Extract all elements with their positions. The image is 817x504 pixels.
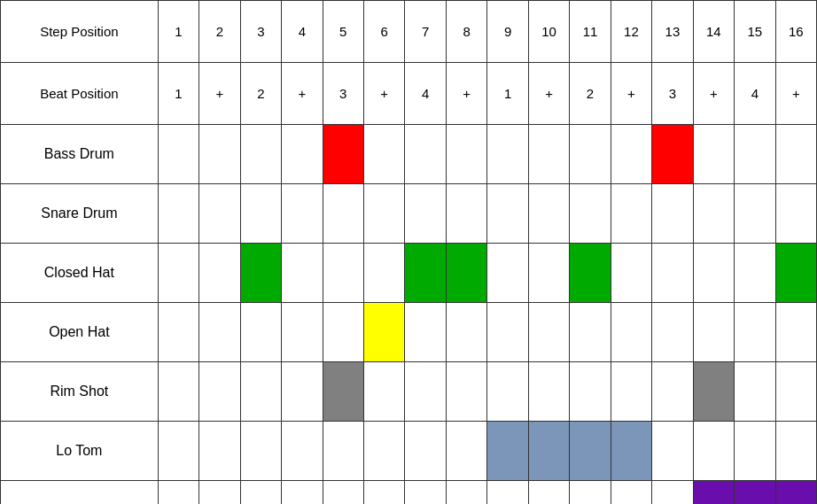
hi-tom-cell-16[interactable] <box>775 481 816 505</box>
lo-tom-cell-1[interactable] <box>158 422 198 481</box>
bass-drum-cell-7[interactable] <box>405 125 446 184</box>
closed-hat-cell-13[interactable] <box>652 244 693 303</box>
bass-drum-cell-2[interactable] <box>199 125 240 184</box>
rim-shot-cell-11[interactable] <box>570 362 611 422</box>
rim-shot-cell-10[interactable] <box>528 362 569 422</box>
snare-drum-cell-3[interactable] <box>240 184 281 244</box>
bass-drum-cell-6[interactable] <box>364 125 405 184</box>
hi-tom-cell-4[interactable] <box>282 481 323 505</box>
closed-hat-cell-4[interactable] <box>282 244 323 303</box>
snare-drum-cell-9[interactable] <box>487 184 528 244</box>
bass-drum-cell-5[interactable] <box>323 125 363 184</box>
snare-drum-cell-16[interactable] <box>775 184 816 244</box>
lo-tom-cell-15[interactable] <box>735 422 775 481</box>
snare-drum-cell-13[interactable] <box>652 184 693 244</box>
snare-drum-cell-15[interactable] <box>735 184 775 244</box>
hi-tom-cell-5[interactable] <box>323 481 363 505</box>
open-hat-cell-7[interactable] <box>405 303 446 362</box>
hi-tom-cell-8[interactable] <box>446 481 486 505</box>
rim-shot-cell-8[interactable] <box>446 362 486 422</box>
lo-tom-cell-11[interactable] <box>570 422 611 481</box>
lo-tom-cell-13[interactable] <box>652 422 693 481</box>
lo-tom-cell-14[interactable] <box>693 422 734 481</box>
lo-tom-cell-2[interactable] <box>199 422 240 481</box>
bass-drum-cell-15[interactable] <box>735 125 775 184</box>
hi-tom-cell-1[interactable] <box>158 481 198 505</box>
closed-hat-cell-3[interactable] <box>240 244 281 303</box>
bass-drum-cell-8[interactable] <box>446 125 486 184</box>
closed-hat-cell-7[interactable] <box>405 244 446 303</box>
lo-tom-cell-4[interactable] <box>282 422 323 481</box>
snare-drum-cell-10[interactable] <box>528 184 569 244</box>
rim-shot-cell-6[interactable] <box>364 362 405 422</box>
lo-tom-cell-10[interactable] <box>528 422 569 481</box>
open-hat-cell-6[interactable] <box>364 303 405 362</box>
hi-tom-cell-10[interactable] <box>528 481 569 505</box>
closed-hat-cell-1[interactable] <box>158 244 198 303</box>
hi-tom-cell-2[interactable] <box>199 481 240 505</box>
bass-drum-cell-16[interactable] <box>775 125 816 184</box>
bass-drum-cell-9[interactable] <box>487 125 528 184</box>
lo-tom-cell-9[interactable] <box>487 422 528 481</box>
hi-tom-cell-3[interactable] <box>240 481 281 505</box>
rim-shot-cell-16[interactable] <box>775 362 816 422</box>
open-hat-cell-1[interactable] <box>158 303 198 362</box>
bass-drum-cell-3[interactable] <box>240 125 281 184</box>
bass-drum-cell-11[interactable] <box>570 125 611 184</box>
open-hat-cell-13[interactable] <box>652 303 693 362</box>
rim-shot-cell-1[interactable] <box>158 362 198 422</box>
rim-shot-cell-14[interactable] <box>693 362 734 422</box>
hi-tom-cell-15[interactable] <box>735 481 775 505</box>
rim-shot-cell-3[interactable] <box>240 362 281 422</box>
bass-drum-cell-13[interactable] <box>652 125 693 184</box>
snare-drum-cell-11[interactable] <box>570 184 611 244</box>
snare-drum-cell-4[interactable] <box>282 184 323 244</box>
open-hat-cell-9[interactable] <box>487 303 528 362</box>
lo-tom-cell-8[interactable] <box>446 422 486 481</box>
snare-drum-cell-12[interactable] <box>611 184 651 244</box>
closed-hat-cell-2[interactable] <box>199 244 240 303</box>
bass-drum-cell-4[interactable] <box>282 125 323 184</box>
bass-drum-cell-14[interactable] <box>693 125 734 184</box>
closed-hat-cell-9[interactable] <box>487 244 528 303</box>
closed-hat-cell-16[interactable] <box>775 244 816 303</box>
closed-hat-cell-5[interactable] <box>323 244 363 303</box>
open-hat-cell-16[interactable] <box>775 303 816 362</box>
closed-hat-cell-10[interactable] <box>528 244 569 303</box>
hi-tom-cell-13[interactable] <box>652 481 693 505</box>
rim-shot-cell-13[interactable] <box>652 362 693 422</box>
open-hat-cell-4[interactable] <box>282 303 323 362</box>
open-hat-cell-15[interactable] <box>735 303 775 362</box>
hi-tom-cell-9[interactable] <box>487 481 528 505</box>
hi-tom-cell-12[interactable] <box>611 481 651 505</box>
snare-drum-cell-1[interactable] <box>158 184 198 244</box>
lo-tom-cell-5[interactable] <box>323 422 363 481</box>
snare-drum-cell-5[interactable] <box>323 184 363 244</box>
open-hat-cell-2[interactable] <box>199 303 240 362</box>
closed-hat-cell-12[interactable] <box>611 244 651 303</box>
rim-shot-cell-4[interactable] <box>282 362 323 422</box>
rim-shot-cell-12[interactable] <box>611 362 651 422</box>
open-hat-cell-10[interactable] <box>528 303 569 362</box>
open-hat-cell-12[interactable] <box>611 303 651 362</box>
closed-hat-cell-8[interactable] <box>446 244 486 303</box>
snare-drum-cell-6[interactable] <box>364 184 405 244</box>
bass-drum-cell-12[interactable] <box>611 125 651 184</box>
open-hat-cell-11[interactable] <box>570 303 611 362</box>
open-hat-cell-8[interactable] <box>446 303 486 362</box>
rim-shot-cell-9[interactable] <box>487 362 528 422</box>
lo-tom-cell-16[interactable] <box>775 422 816 481</box>
rim-shot-cell-7[interactable] <box>405 362 446 422</box>
hi-tom-cell-7[interactable] <box>405 481 446 505</box>
closed-hat-cell-11[interactable] <box>570 244 611 303</box>
bass-drum-cell-10[interactable] <box>528 125 569 184</box>
rim-shot-cell-2[interactable] <box>199 362 240 422</box>
lo-tom-cell-6[interactable] <box>364 422 405 481</box>
open-hat-cell-5[interactable] <box>323 303 363 362</box>
closed-hat-cell-15[interactable] <box>735 244 775 303</box>
snare-drum-cell-8[interactable] <box>446 184 486 244</box>
hi-tom-cell-11[interactable] <box>570 481 611 505</box>
hi-tom-cell-6[interactable] <box>364 481 405 505</box>
snare-drum-cell-2[interactable] <box>199 184 240 244</box>
lo-tom-cell-12[interactable] <box>611 422 651 481</box>
